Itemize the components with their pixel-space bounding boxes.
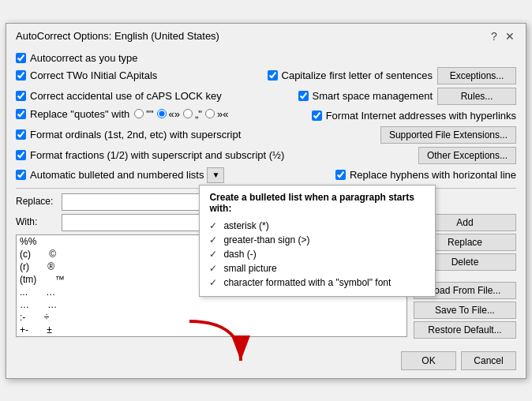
- popup-item-2[interactable]: ✓ dash (-): [209, 247, 425, 261]
- format-fractions-checkbox[interactable]: Format fractions (1/2) with superscript …: [16, 149, 284, 161]
- dialog-title: AutoCorrect Options: English (United Sta…: [16, 30, 219, 42]
- title-bar-controls: ? ✕: [488, 30, 516, 43]
- capitalize-first-checkbox[interactable]: Capitalize first letter of sentences: [268, 69, 433, 81]
- quotes-radio-group: "" «» „" »«: [134, 108, 228, 120]
- radio-curly-double[interactable]: «»: [157, 108, 180, 120]
- other-exceptions-button[interactable]: Other Exceptions...: [418, 147, 516, 164]
- dialog-content: Autocorrect as you type Correct TWo INit…: [6, 46, 526, 347]
- popup-item-label-1: greater-than sign (>): [223, 234, 309, 245]
- row-fractions: Format fractions (1/2) with superscript …: [16, 147, 516, 164]
- replace-quotes-input[interactable]: [16, 109, 26, 119]
- quotes-row: Replace "quotes" with "" «» „" »«: [16, 108, 228, 120]
- popup-item-3[interactable]: ✓ small picture: [209, 261, 425, 275]
- format-internet-checkbox[interactable]: Format Internet addresses with hyperlink…: [312, 110, 516, 122]
- correct-two-initial-checkbox[interactable]: Correct TWo INitial CApitals: [16, 69, 157, 81]
- correct-two-input[interactable]: [16, 70, 26, 81]
- replace-quotes-checkbox[interactable]: Replace "quotes" with: [16, 108, 129, 120]
- list-item-6[interactable]: :- ÷: [17, 311, 406, 324]
- cancel-button[interactable]: Cancel: [461, 351, 516, 370]
- popup-item-4[interactable]: ✓ character formatted with a "symbol" fo…: [209, 275, 425, 290]
- save-to-file-button[interactable]: Save To File...: [414, 302, 516, 319]
- row-correct-two: Correct TWo INitial CApitals Capitalize …: [16, 67, 516, 84]
- smart-space-checkbox[interactable]: Smart space management: [298, 90, 433, 102]
- format-fractions-input[interactable]: [16, 150, 26, 160]
- format-ordinals-input[interactable]: [16, 129, 26, 140]
- autocorrect-checkbox-input[interactable]: [16, 53, 26, 63]
- popup-item-1[interactable]: ✓ greater-than sign (>): [209, 233, 425, 247]
- row-autocorrect: Autocorrect as you type: [16, 52, 516, 64]
- close-button[interactable]: ✕: [504, 30, 516, 43]
- rules-button[interactable]: Rules...: [437, 88, 516, 105]
- main-area: Automatic bulleted and numbered lists ▼ …: [16, 167, 516, 183]
- check-icon-1: ✓: [209, 234, 219, 245]
- popup-item-label-0: asterisk (*): [223, 220, 268, 231]
- list-item-7[interactable]: +- ±: [17, 324, 406, 336]
- bulleted-dropdown-btn[interactable]: ▼: [207, 167, 224, 183]
- radio-straight[interactable]: "": [134, 108, 153, 120]
- autocorrect-as-you-type-checkbox[interactable]: Autocorrect as you type: [16, 52, 138, 64]
- format-internet-input[interactable]: [312, 111, 322, 121]
- check-icon-3: ✓: [209, 263, 219, 274]
- ok-button[interactable]: OK: [401, 351, 456, 370]
- with-label: With:: [16, 216, 55, 227]
- autocorrect-dialog: AutoCorrect Options: English (United Sta…: [6, 23, 526, 379]
- row-bulleted: Automatic bulleted and numbered lists ▼ …: [16, 167, 516, 183]
- help-button[interactable]: ?: [488, 30, 500, 43]
- replace-hyphens-checkbox[interactable]: Replace hyphens with horizontal line: [335, 169, 516, 181]
- title-bar: AutoCorrect Options: English (United Sta…: [6, 24, 526, 46]
- row-quotes: Replace "quotes" with "" «» „" »«: [16, 108, 516, 123]
- bottom-buttons: OK Cancel: [6, 347, 526, 378]
- popup-item-0[interactable]: ✓ asterisk (*): [209, 219, 425, 233]
- row-caps-lock: Correct accidental use of cAPS LOCK key …: [16, 88, 516, 105]
- replace-hyphens-input[interactable]: [335, 170, 346, 180]
- bulleted-dropdown-container: ▼ Create a bulleted list when a paragrap…: [207, 167, 224, 183]
- capitalize-first-input[interactable]: [268, 70, 278, 81]
- auto-bulleted-input[interactable]: [16, 170, 26, 180]
- list-item-5[interactable]: … …: [17, 298, 406, 311]
- radio-single[interactable]: „": [183, 108, 202, 120]
- popup-item-label-4: character formatted with a "symbol" font: [223, 277, 391, 288]
- popup-item-label-3: small picture: [223, 263, 276, 274]
- supported-file-ext-button[interactable]: Supported File Extensions...: [380, 126, 516, 144]
- auto-bulleted-checkbox[interactable]: Automatic bulleted and numbered lists: [16, 169, 204, 181]
- caps-lock-input[interactable]: [16, 91, 26, 101]
- exceptions-button[interactable]: Exceptions...: [437, 67, 516, 84]
- popup-title: Create a bulleted list when a paragraph …: [209, 192, 425, 214]
- smart-space-input[interactable]: [298, 91, 309, 101]
- radio-angled[interactable]: »«: [205, 108, 228, 120]
- popup-item-label-2: dash (-): [223, 249, 256, 260]
- format-ordinals-checkbox[interactable]: Format ordinals (1st, 2nd, etc) with sup…: [16, 129, 241, 141]
- restore-defaults-button[interactable]: Restore Default...: [414, 321, 516, 339]
- right-col-row2: Capitalize first letter of sentences Exc…: [268, 67, 516, 84]
- check-icon-2: ✓: [209, 249, 219, 260]
- bulleted-dropdown-popup: Create a bulleted list when a paragraph …: [199, 185, 436, 297]
- caps-lock-checkbox[interactable]: Correct accidental use of cAPS LOCK key: [16, 90, 222, 102]
- check-icon-0: ✓: [209, 220, 219, 231]
- check-icon-4: ✓: [209, 277, 219, 288]
- bulleted-left: Automatic bulleted and numbered lists ▼ …: [16, 167, 224, 183]
- right-col-row3: Smart space management Rules...: [298, 88, 516, 105]
- replace-label: Replace:: [16, 196, 55, 207]
- row-ordinals: Format ordinals (1st, 2nd, etc) with sup…: [16, 126, 516, 144]
